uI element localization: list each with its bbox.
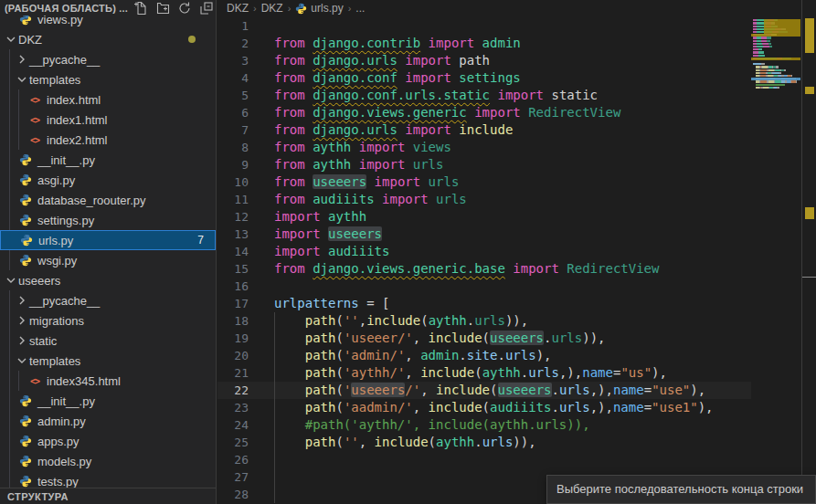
code-text: from aythh import views bbox=[274, 139, 451, 156]
minimap[interactable] bbox=[751, 16, 800, 290]
code-text: from django.conf.urls.static import stat… bbox=[274, 87, 598, 104]
tree-item-index345-html[interactable]: <>index345.html bbox=[0, 371, 216, 391]
line-number: 9 bbox=[217, 156, 249, 173]
line-number: 27 bbox=[217, 468, 249, 486]
tree-item-admin-py[interactable]: admin.py bbox=[0, 411, 216, 431]
python-file-icon bbox=[18, 434, 33, 448]
tree-item-models-py[interactable]: models.py bbox=[0, 451, 216, 471]
code-text: import useeers bbox=[274, 226, 382, 243]
minimap-line bbox=[753, 66, 800, 68]
ruler-position-line bbox=[802, 277, 816, 278]
code-line-25[interactable]: 25 path('', include(aythh.urls)), bbox=[217, 434, 751, 451]
minimap-line bbox=[753, 87, 800, 89]
tree-item-dkz[interactable]: DKZ bbox=[0, 29, 216, 49]
code-line-13[interactable]: 13import useeers bbox=[217, 226, 751, 243]
explorer-actions bbox=[133, 1, 214, 16]
code-text: from audiiits import urls bbox=[274, 191, 467, 208]
tree-item-index-html[interactable]: <>index.html bbox=[0, 89, 216, 110]
code-line-6[interactable]: 6from django.views.generic import Redire… bbox=[217, 104, 751, 121]
tree-item--init-py[interactable]: __init__.py bbox=[0, 391, 216, 411]
refresh-icon[interactable] bbox=[177, 1, 192, 16]
minimap-line bbox=[753, 80, 800, 82]
code-line-2[interactable]: 2from django.contrib import admin bbox=[217, 35, 751, 52]
code-area[interactable]: 12from django.contrib import admin3from … bbox=[217, 0, 751, 504]
code-line-9[interactable]: 9from aythh import urls bbox=[217, 156, 751, 173]
minimap-line bbox=[753, 69, 800, 71]
line-number: 19 bbox=[217, 330, 249, 347]
tree-item-label: tests.py bbox=[37, 475, 79, 488]
code-line-4[interactable]: 4from django.conf import settings bbox=[217, 69, 751, 87]
code-line-1[interactable]: 1 bbox=[217, 17, 751, 35]
code-line-23[interactable]: 23 path('aadmin/', include(audiiits.urls… bbox=[217, 399, 751, 416]
code-line-16[interactable]: 16 bbox=[217, 278, 751, 295]
minimap-line bbox=[753, 75, 800, 77]
code-text: from django.conf import settings bbox=[274, 69, 521, 87]
tree-item-templates[interactable]: templates bbox=[0, 69, 216, 89]
code-line-3[interactable]: 3from django.urls import path bbox=[217, 52, 751, 69]
indent-guide bbox=[274, 486, 275, 503]
tree-item-apps-py[interactable]: apps.py bbox=[0, 431, 216, 451]
code-line-24[interactable]: 24 #path('aythh/', include(aythh.urls)), bbox=[217, 416, 751, 434]
tree-item-settings-py[interactable]: settings.py bbox=[0, 210, 216, 230]
code-text: path('useeer/', include(useeers.urls)), bbox=[274, 330, 606, 347]
line-number: 21 bbox=[217, 364, 249, 382]
code-line-17[interactable]: 17urlpatterns = [ bbox=[217, 295, 751, 312]
tree-item-label: __init__.py bbox=[37, 394, 95, 408]
python-file-icon bbox=[18, 474, 33, 488]
tree-item-label: migrations bbox=[29, 314, 84, 328]
tree-item-index2-html[interactable]: <>index2.html bbox=[0, 130, 216, 150]
tree-item-label: index2.html bbox=[47, 133, 107, 147]
code-line-26[interactable]: 26 bbox=[217, 451, 751, 468]
minimap-line bbox=[753, 92, 800, 94]
python-file-icon bbox=[18, 414, 33, 428]
tree-item--pycache-[interactable]: __pycache__ bbox=[0, 290, 216, 310]
code-line-11[interactable]: 11from audiiits import urls bbox=[217, 191, 751, 208]
tree-item-useeers[interactable]: useeers bbox=[0, 270, 216, 290]
new-file-icon[interactable] bbox=[133, 1, 148, 16]
outline-section-header[interactable]: СТРУКТУРА bbox=[0, 488, 216, 504]
code-text: from django.urls import include bbox=[274, 121, 513, 139]
tree-item-urls-py[interactable]: urls.py7 bbox=[0, 230, 216, 250]
new-folder-icon[interactable] bbox=[155, 1, 170, 16]
chevron-right-icon bbox=[15, 333, 29, 348]
collapse-all-icon[interactable] bbox=[199, 1, 214, 16]
code-line-14[interactable]: 14import audiiits bbox=[217, 243, 751, 260]
code-line-20[interactable]: 20 path('admin/', admin.site.urls), bbox=[217, 347, 751, 364]
tree-item-templates[interactable]: templates bbox=[0, 351, 216, 371]
html-file-icon: <> bbox=[27, 92, 42, 107]
code-line-19[interactable]: 19 path('useeer/', include(useeers.urls)… bbox=[217, 330, 751, 347]
code-line-21[interactable]: 21 path('aythh/', include(aythh.urls,),n… bbox=[217, 364, 751, 382]
tree-item-tests-py[interactable]: tests.py bbox=[0, 471, 216, 488]
tree-item-label: database_roouter.py bbox=[37, 194, 146, 207]
code-line-5[interactable]: 5from django.conf.urls.static import sta… bbox=[217, 87, 751, 104]
line-number: 25 bbox=[217, 434, 249, 451]
line-number: 18 bbox=[217, 312, 249, 330]
code-line-8[interactable]: 8from aythh import views bbox=[217, 139, 751, 156]
line-number: 12 bbox=[217, 208, 249, 226]
code-line-12[interactable]: 12import aythh bbox=[217, 208, 751, 226]
tree-item-index1-html[interactable]: <>index1.html bbox=[0, 110, 216, 130]
code-text: path('useeers/', include(useeers.urls,),… bbox=[274, 382, 705, 399]
tree-item-label: admin.py bbox=[37, 415, 86, 428]
tree-item-asgi-py[interactable]: asgi.py bbox=[0, 170, 216, 190]
code-line-15[interactable]: 15from django.views.generic.base import … bbox=[217, 260, 751, 278]
tree-item--init-py[interactable]: __init__.py bbox=[0, 150, 216, 170]
tree-item-static[interactable]: static bbox=[0, 331, 216, 351]
overview-ruler-scrollbar[interactable] bbox=[801, 0, 816, 504]
ruler-warning-mark bbox=[805, 207, 814, 219]
code-text: from aythh import urls bbox=[274, 156, 443, 173]
html-file-icon: <> bbox=[27, 132, 42, 147]
tree-item-label: static bbox=[29, 334, 57, 348]
tree-item-database-roouter-py[interactable]: database_roouter.py bbox=[0, 190, 216, 210]
line-number: 22 bbox=[217, 382, 249, 399]
python-file-icon bbox=[18, 193, 33, 207]
code-line-10[interactable]: 10from useeers import urls bbox=[217, 173, 751, 191]
ruler-warning-mark bbox=[805, 18, 814, 53]
code-line-22[interactable]: 22 path('useeers/', include(useeers.urls… bbox=[217, 382, 751, 399]
tree-item-migrations[interactable]: migrations bbox=[0, 310, 216, 331]
code-line-18[interactable]: 18 path('',include(aythh.urls)), bbox=[217, 312, 751, 330]
tree-item--pycache-[interactable]: __pycache__ bbox=[0, 49, 216, 69]
code-line-7[interactable]: 7from django.urls import include bbox=[217, 121, 751, 139]
tree-item-wsgi-py[interactable]: wsgi.py bbox=[0, 250, 216, 270]
code-text: path('',include(aythh.urls)), bbox=[274, 312, 528, 330]
